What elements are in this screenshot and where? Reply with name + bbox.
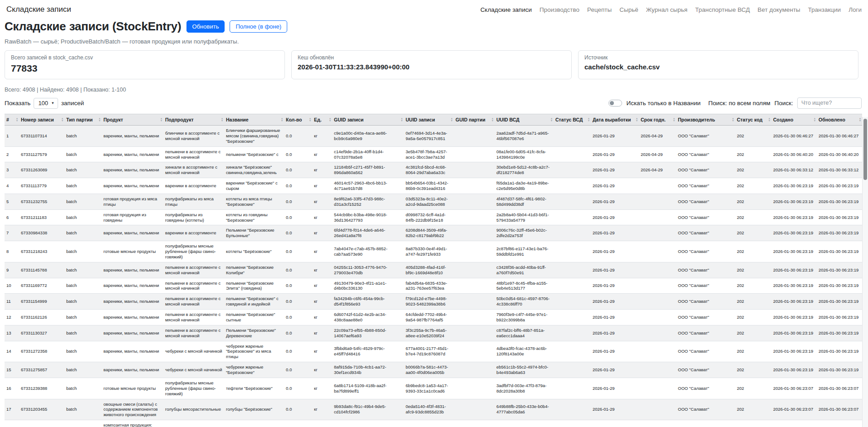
sort-icon[interactable]: ▴▾ — [309, 117, 311, 122]
table-row[interactable]: 1767331203455batchовощные смеси (салаты)… — [5, 399, 862, 420]
table-row[interactable]: 267331127579batchвареники, манты, пельме… — [5, 146, 862, 162]
column-header[interactable]: Тип партии▴▾ — [64, 114, 102, 126]
column-header[interactable]: Номер записи▴▾ — [19, 114, 64, 126]
refresh-button[interactable]: Обновить — [186, 20, 225, 33]
table-cell: 4c381fcd-5bcd-4c68-8064-29d7aba6a33c — [404, 162, 454, 178]
table-cell — [454, 194, 495, 209]
column-header[interactable]: Производитель▴▾ — [676, 114, 735, 126]
sort-icon[interactable]: ▴▾ — [16, 117, 18, 122]
nav-item[interactable]: Транспортные ВСД — [695, 6, 750, 13]
page-header: Складские записи (StockEntry) Обновить П… — [0, 16, 868, 34]
search-input[interactable] — [797, 97, 862, 109]
nav-item[interactable]: Логи — [848, 6, 862, 13]
nav-item[interactable]: Вет документы — [758, 6, 800, 13]
table-row[interactable]: 867331218243batchготовые мясные продукты… — [5, 241, 862, 262]
page-size-select[interactable]: 100 ▾ — [34, 98, 58, 109]
sort-icon[interactable]: ▴▾ — [636, 117, 638, 122]
column-header[interactable]: Создано▴▾ — [771, 114, 817, 126]
table-cell: готовая продукция из говядины — [102, 209, 163, 225]
column-header[interactable]: Продукт▴▾ — [102, 114, 163, 126]
nav-item[interactable]: Сырьё — [619, 6, 638, 13]
sort-icon[interactable]: ▴▾ — [451, 117, 452, 122]
column-header[interactable]: Кол-во▴▾ — [284, 114, 312, 126]
column-header[interactable]: UUID ВСД▴▾ — [495, 114, 554, 126]
table-cell: 2026-01-30 06:23:19 — [771, 278, 817, 294]
sort-icon[interactable]: ▴▾ — [732, 117, 734, 122]
sort-icon[interactable]: ▴▾ — [329, 117, 331, 122]
sort-icon[interactable]: ▴▾ — [769, 117, 770, 122]
table-row[interactable]: 1267331162126batchвареники, манты, пельм… — [5, 310, 862, 325]
nav-item[interactable]: Журнал сырья — [646, 6, 687, 13]
nav-item[interactable]: Транзакции — [808, 6, 841, 13]
table-cell: кг — [312, 241, 332, 262]
table-cell: 2026-01-29 — [591, 362, 639, 378]
column-header[interactable]: GUID записи▴▾ — [332, 114, 404, 126]
table-cell: 2026-04-29 — [639, 126, 676, 147]
nav-item[interactable]: Рецепты — [587, 6, 612, 13]
table-row[interactable]: 1167331154999batchвареники, манты, пельм… — [5, 294, 862, 310]
scrollbar[interactable] — [862, 117, 868, 427]
sort-icon[interactable]: ▴▾ — [99, 117, 100, 122]
nav-item[interactable]: Производство — [539, 6, 579, 13]
table-row[interactable]: 967331145788batchвареники, манты, пельме… — [5, 262, 862, 278]
table-cell — [554, 262, 591, 278]
sort-icon[interactable]: ▴▾ — [673, 117, 675, 122]
table-cell: 202 — [735, 178, 771, 194]
column-header[interactable]: Подпродукт▴▾ — [163, 114, 224, 126]
column-header[interactable]: Срок годн.▴▾ — [639, 114, 676, 126]
sort-icon[interactable]: ▴▾ — [551, 117, 552, 122]
table-cell: ООО "Салават" — [676, 378, 735, 399]
sort-icon[interactable]: ▴▾ — [492, 117, 493, 122]
table-row[interactable]: 567331232755batchготовая продукция из мя… — [5, 194, 862, 209]
column-header[interactable]: GUID партии▴▾ — [454, 114, 495, 126]
table-cell: 2026-01-30 06:23:19 — [771, 209, 817, 225]
table-cell: 04255c11-3053-4776-9470-279003e470db — [332, 262, 404, 278]
table-cell: 67331263089 — [19, 162, 64, 178]
sort-icon[interactable]: ▴▾ — [221, 117, 223, 122]
table-row[interactable]: 667331211183batchготовая продукция из го… — [5, 209, 862, 225]
table-cell: 49130479-90e3-4f21-a1e1-d4b0bc336130 — [332, 278, 404, 294]
column-header[interactable]: UUID записи▴▾ — [404, 114, 454, 126]
sort-icon[interactable]: ▴▾ — [161, 117, 162, 122]
nav-item[interactable]: Складские записи — [481, 6, 532, 13]
sort-icon[interactable]: ▴▾ — [814, 117, 815, 122]
table-row[interactable]: 1067331169772batchвареники, манты, пельм… — [5, 278, 862, 294]
column-header[interactable]: Обновлено▴▾ — [817, 114, 862, 126]
table-cell: 2026-01-30 06:23:19 — [817, 325, 862, 341]
table-row[interactable]: 167331107314batchвареники, манты, пельме… — [5, 126, 862, 147]
sort-icon[interactable]: ▴▾ — [281, 117, 283, 122]
sort-icon[interactable]: ▴▾ — [588, 117, 589, 122]
column-label: Кол-во — [286, 117, 302, 122]
table-row[interactable]: 467331113779batchвареники, манты, пельме… — [5, 178, 862, 194]
table-cell: 50bc0d54-681c-4597-8706-4c338c86ff70 — [495, 294, 554, 310]
sort-icon[interactable]: ▴▾ — [401, 117, 402, 122]
name-only-switch[interactable] — [608, 100, 622, 107]
table-row[interactable]: 1867331096183batchкомпозитная продукция:… — [5, 420, 862, 427]
column-header[interactable]: Ед.▴▾ — [312, 114, 332, 126]
column-label: Подпродукт — [165, 117, 194, 122]
table-row[interactable]: 1467331272358batchвареники, манты, пельм… — [5, 341, 862, 362]
table-row[interactable]: 1667331239388batchготовые мясные продукт… — [5, 378, 862, 399]
column-header[interactable]: Статус код▴▾ — [735, 114, 771, 126]
column-header[interactable]: Дата выработки▴▾ — [591, 114, 639, 126]
table-row[interactable]: 1367331130327batchвареники, манты, пельм… — [5, 325, 862, 341]
table-row[interactable]: 1567331275857batchвареники, манты, пельм… — [5, 362, 862, 378]
table-cell: batch — [64, 209, 102, 225]
table-cell — [639, 310, 676, 325]
full-refresh-button[interactable]: Полное (в фоне) — [230, 20, 287, 33]
scrollbar-thumb[interactable] — [863, 119, 867, 180]
table-cell: 4f487d37-58fc-4f61-9802-58d499dd38df — [495, 194, 554, 209]
table-cell: 2026-01-30 06:33:12 — [817, 162, 862, 178]
sort-icon[interactable]: ▴▾ — [62, 117, 63, 122]
app-brand[interactable]: Складские записи — [6, 5, 71, 14]
table-cell: 2aa62adf-7d5d-4a71-a965-46bf567087e6 — [495, 126, 554, 147]
table-cell: 2026-01-29 — [591, 178, 639, 194]
table-cell — [639, 399, 676, 420]
column-header[interactable]: #▴▾ — [5, 114, 19, 126]
table-row[interactable]: 767330984338batchвареники, манты, пельме… — [5, 225, 862, 241]
table-row[interactable]: 367331263089batchвареники, манты, пельме… — [5, 162, 862, 178]
sort-icon[interactable]: ▴▾ — [859, 117, 861, 122]
column-header[interactable]: Название▴▾ — [224, 114, 284, 126]
column-header[interactable]: Статус ВСД▴▾ — [554, 114, 591, 126]
stat-card: Всего записей в stock_cache.csv77833 — [5, 50, 285, 79]
